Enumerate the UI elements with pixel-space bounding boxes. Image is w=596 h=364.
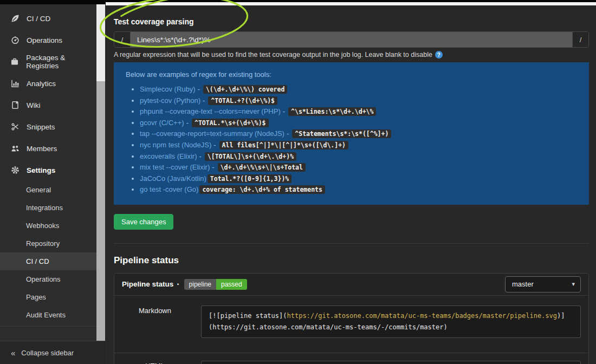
sidebar-item-label: Packages & Registries [26,54,96,70]
regex-code-chip: ^TOTAL.*\s+(\d+\%)$ [192,119,269,127]
analytics-icon [10,79,20,88]
sidebar-subitem-general[interactable]: General [0,181,96,199]
pipeline-card-header: Pipeline status · pipeline passed master… [114,274,588,296]
tool-link[interactable]: mix test --cover (Elixir) [140,163,210,171]
sidebar-item-ci-cd[interactable]: CI / CD [0,8,96,29]
pipeline-status-badge: pipeline passed [184,279,247,290]
chevron-down-icon: ▾ [572,281,575,288]
sidebar-item-wiki[interactable]: Wiki [0,94,96,116]
separator-dash: - [212,163,214,171]
help-icon[interactable]: ? [435,51,443,58]
code-line: [![pipeline status](https://git.atosone.… [209,310,573,322]
sidebar-subitem-operations[interactable]: Operations [0,270,96,288]
section-divider [114,243,589,244]
tool-link[interactable]: pytest-cov (Python) [140,96,200,105]
tool-link[interactable]: Simplecov (Ruby) [140,85,196,93]
separator-dash: - [287,129,289,138]
separator-dash: - [186,119,189,127]
chevron-double-left-icon: « [11,348,15,358]
sidebar-item-packages-registries[interactable]: Packages & Registries [0,51,96,73]
pipeline-section-title: Pipeline status [114,255,589,266]
tool-link[interactable]: nyc npm test (NodeJS) [140,141,211,149]
regex-examples-callout: Below are examples of regex for existing… [114,62,589,205]
tool-link[interactable]: JaCoCo (Java/Kotlin) [140,174,206,183]
regex-code-chip: Total.*?([0-9]{1,3})% [208,174,291,183]
save-changes-button[interactable]: Save changes [114,214,173,230]
code-line: (https://git.atosone.com/matata/uc-ms-te… [209,322,573,333]
sidebar-item-analytics[interactable]: Analytics [0,73,96,94]
examples-title: Below are examples of regex for existing… [126,70,577,79]
sidebar-item-label: Operations [27,36,62,44]
regex-example-item: tap --coverage-report=text-summary (Node… [140,128,577,140]
sidebar-subitem-pages[interactable]: Pages [0,288,96,306]
sidebar-item-settings[interactable]: Settings [0,159,96,181]
tool-link[interactable]: excoveralls (Elixir) [140,152,197,160]
sidebar-subitem-ci-cd[interactable]: CI / CD [0,252,96,270]
regex-example-item: pytest-cov (Python)-^TOTAL.+?(\d+\%)$ [140,95,577,107]
regex-example-item: phpunit --coverage-text --colors=never (… [140,106,577,118]
tool-link[interactable]: go test -cover (Go) [140,185,198,193]
pipeline-status-card: Pipeline status · pipeline passed master… [114,273,589,364]
coverage-regex-input[interactable] [131,32,572,47]
coverage-section-title: Test coverage parsing [114,17,589,26]
badge-status: passed [216,279,247,290]
tool-link[interactable]: tap --coverage-report=text-summary (Node… [140,129,284,138]
tool-link[interactable]: phpunit --coverage-text --colors=never (… [140,107,281,115]
sidebar-subitem-webhooks[interactable]: Webhooks [0,217,96,235]
regex-example-item: mix test --cover (Elixir)-\d+.\d+\%\s+\|… [140,162,577,173]
snippets-icon [10,122,20,132]
separator-dash: - [283,107,285,115]
sidebar-item-operations[interactable]: Operations [0,29,96,51]
regex-delimiter-right: / [572,32,588,47]
sidebar-subitem-repository[interactable]: Repository [0,235,96,252]
regex-code-chip: \d+.\d+\%\s+\|\s+Total [218,163,306,172]
regex-code-chip: \(\d+.\d+\%\) covered [203,85,287,94]
branch-select[interactable]: master ▾ [505,276,581,292]
html-row-label: HTML [114,361,196,364]
sidebar-scrollbar-thumb[interactable] [96,81,105,341]
wiki-icon [10,101,20,110]
sidebar-item-label: Snippets [27,123,55,131]
ci-cd-icon [10,14,20,23]
separator-dash: - [198,85,200,93]
regex-code-chip: ^Statements\s*:\s*([^%]+) [292,129,391,138]
regex-code-chip: coverage: \d+.\d+% of statements [199,185,325,194]
sidebar-subitem-integrations[interactable]: Integrations [0,199,96,217]
sidebar-item-label: Members [27,145,57,153]
regex-examples-list: Simplecov (Ruby)-\(\d+.\d+\%\) coveredpy… [126,84,577,196]
collapse-sidebar-label: Collapse sidebar [21,349,74,357]
regex-code-chip: ^TOTAL.+?(\d+\%)$ [208,96,277,105]
markdown-code-block: [![pipeline status](https://git.atosone.… [201,306,581,338]
sidebar-item-snippets[interactable]: Snippets [0,116,96,138]
sidebar-item-label: Analytics [27,80,56,88]
sidebar-item-label: Settings [27,166,55,174]
markdown-row-label: Markdown [114,306,196,338]
sidebar-divider [0,326,96,327]
regex-example-item: excoveralls (Elixir)-\[TOTAL\]\s+(\d+\.\… [140,151,577,162]
packages-icon [10,57,19,67]
operations-icon [10,36,20,45]
tool-link[interactable]: gcovr (C/C++) [140,119,184,127]
sidebar-settings-subnav: GeneralIntegrationsWebhooksRepositoryCI … [0,181,96,324]
branch-select-value: master [512,280,534,288]
html-row: HTML <a href="https://git.atosone.com/ma… [114,353,588,364]
regex-code-chip: ^\s*Lines:\s*\d+.\d+\% [288,107,376,116]
sidebar-item-label: Wiki [27,101,41,109]
separator-dash: - [203,96,205,105]
sidebar-subitem-audit-events[interactable]: Audit Events [0,306,96,324]
regex-example-item: JaCoCo (Java/Kotlin)Total.*?([0-9]{1,3})… [140,173,577,185]
regex-input-group: / / [114,31,589,48]
badge-label: pipeline [184,279,216,290]
main-content: Test coverage parsing / / A regular expr… [106,5,596,364]
sidebar: CI / CDOperationsPackages & RegistriesAn… [0,4,96,364]
collapse-sidebar-button[interactable]: « Collapse sidebar [0,341,106,364]
coverage-help-text: A regular expression that will be used t… [114,51,432,58]
sidebar-item-label: CI / CD [27,15,50,23]
markdown-row: Markdown [![pipeline status](https://git… [114,296,588,353]
members-icon [10,144,20,153]
sidebar-item-members[interactable]: Members [0,138,96,159]
coverage-help-row: A regular expression that will be used t… [114,51,589,58]
regex-code-chip: All files[^|]*\|[^|]*\s+([\d\.]+) [219,141,348,150]
content-top-strip [106,2,596,5]
settings-icon [10,166,20,175]
